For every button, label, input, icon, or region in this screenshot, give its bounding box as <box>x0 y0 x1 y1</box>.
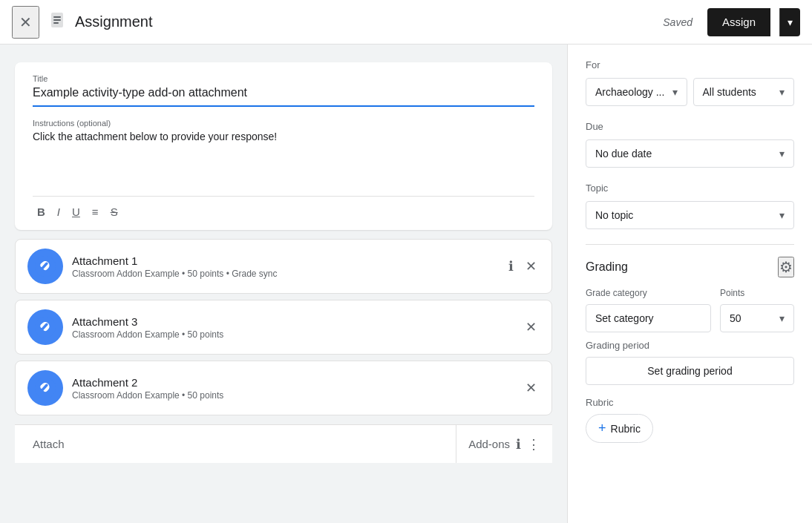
bold-button[interactable]: B <box>33 203 50 221</box>
svg-point-5 <box>35 317 56 338</box>
attachment-remove-button-3[interactable]: ✕ <box>523 377 540 399</box>
addons-section: Add-ons ℹ ⋮ <box>456 425 552 463</box>
grading-period-section: Grading period Set grading period <box>586 340 794 385</box>
attachment-sub-1: Classroom Addon Example • 50 points • Gr… <box>72 269 497 279</box>
attach-button[interactable]: Attach <box>15 425 456 463</box>
topic-dropdown[interactable]: No topic ▾ <box>586 201 794 229</box>
add-rubric-button[interactable]: + Rubric <box>586 414 653 443</box>
topbar: ✕ Assignment Saved Assign ▾ <box>0 0 812 45</box>
svg-rect-3 <box>53 22 59 24</box>
attachment-icon-3 <box>27 370 63 406</box>
strikethrough-button[interactable]: S <box>106 203 122 221</box>
title-input[interactable] <box>33 86 534 107</box>
attachment-actions-1: ℹ ✕ <box>505 255 540 277</box>
points-value: 50 <box>730 312 741 324</box>
topic-section: Topic No topic ▾ <box>586 182 794 229</box>
attachment-icon-1 <box>27 249 63 284</box>
attachment-sub-3: Classroom Addon Example • 50 points <box>72 390 514 401</box>
addons-info-button[interactable]: ℹ <box>516 436 521 453</box>
underline-button[interactable]: U <box>68 203 85 221</box>
attachment-name-3: Attachment 2 <box>72 376 514 389</box>
grading-title: Grading <box>586 260 628 274</box>
add-rubric-label: Rubric <box>611 423 641 435</box>
instructions-text[interactable]: Click the attachment below to provide yo… <box>33 131 534 190</box>
assign-dropdown-button[interactable]: ▾ <box>779 8 800 36</box>
class-value: Archaeology ... <box>595 86 664 98</box>
divider <box>586 244 794 245</box>
attachment-name-2: Attachment 3 <box>72 315 514 328</box>
svg-point-4 <box>35 256 56 277</box>
attachment-remove-button-2[interactable]: ✕ <box>523 316 540 338</box>
points-dropdown-arrow: ▾ <box>779 312 785 324</box>
topic-dropdown-arrow: ▾ <box>779 209 785 221</box>
rubric-label: Rubric <box>586 397 794 408</box>
attachment-item-3: Attachment 2 Classroom Addon Example • 5… <box>15 361 552 415</box>
addons-more-button[interactable]: ⋮ <box>527 436 540 453</box>
grading-period-label: Grading period <box>586 340 794 351</box>
assign-button[interactable]: Assign <box>707 8 770 36</box>
points-col: Points 50 ▾ <box>720 288 794 332</box>
attachments-list: Attachment 1 Classroom Addon Example • 5… <box>15 239 552 415</box>
italic-button[interactable]: I <box>53 203 65 221</box>
for-section: For Archaeology ... ▾ All students ▾ <box>586 59 794 106</box>
assignment-card: Title Instructions (optional) Click the … <box>15 62 552 230</box>
title-section: Title <box>33 74 534 107</box>
add-rubric-icon: + <box>598 421 606 436</box>
main-layout: Title Instructions (optional) Click the … <box>0 45 812 523</box>
due-label: Due <box>586 121 794 132</box>
bottom-bar: Attach Add-ons ℹ ⋮ <box>15 424 552 463</box>
due-section: Due No due date ▾ <box>586 121 794 168</box>
set-grading-period-button[interactable]: Set grading period <box>586 357 794 385</box>
right-panel: For Archaeology ... ▾ All students ▾ Due… <box>567 45 812 523</box>
attachment-info-button-1[interactable]: ℹ <box>505 255 517 277</box>
grading-header: Grading ⚙ <box>586 257 794 277</box>
students-dropdown-arrow: ▾ <box>779 86 785 98</box>
instructions-section: Instructions (optional) Click the attach… <box>33 119 534 190</box>
students-dropdown[interactable]: All students ▾ <box>693 78 795 106</box>
attachment-info-3: Attachment 2 Classroom Addon Example • 5… <box>72 376 514 401</box>
svg-rect-1 <box>53 16 61 18</box>
list-button[interactable]: ≡ <box>88 203 103 221</box>
attachment-actions-3: ✕ <box>523 377 540 399</box>
attachment-item-2: Attachment 3 Classroom Addon Example • 5… <box>15 300 552 355</box>
due-value: No due date <box>595 148 652 159</box>
attachment-item: Attachment 1 Classroom Addon Example • 5… <box>15 239 552 294</box>
for-dropdowns: Archaeology ... ▾ All students ▾ <box>586 78 794 106</box>
attachment-sub-2: Classroom Addon Example • 50 points <box>72 329 514 340</box>
instructions-label: Instructions (optional) <box>33 119 534 128</box>
topic-value: No topic <box>595 209 633 221</box>
doc-icon <box>48 11 66 33</box>
attachment-info-1: Attachment 1 Classroom Addon Example • 5… <box>72 254 497 279</box>
svg-point-6 <box>35 378 56 398</box>
attachment-actions-2: ✕ <box>523 316 540 338</box>
for-label: For <box>586 59 794 70</box>
title-label: Title <box>33 74 534 83</box>
grade-cols: Grade category Set category Points 50 ▾ <box>586 288 794 332</box>
class-dropdown[interactable]: Archaeology ... ▾ <box>586 78 687 106</box>
addons-label: Add-ons <box>468 438 510 450</box>
formatting-toolbar: B I U ≡ S <box>33 196 534 230</box>
page-title: Assignment <box>75 13 654 30</box>
close-button[interactable]: ✕ <box>12 6 39 39</box>
class-dropdown-arrow: ▾ <box>672 86 678 98</box>
attachment-name-1: Attachment 1 <box>72 254 497 267</box>
left-panel: Title Instructions (optional) Click the … <box>0 45 567 523</box>
svg-rect-2 <box>53 19 61 21</box>
grading-settings-button[interactable]: ⚙ <box>778 257 794 277</box>
due-dropdown-arrow: ▾ <box>779 148 785 159</box>
topic-label: Topic <box>586 182 794 194</box>
attachment-info-2: Attachment 3 Classroom Addon Example • 5… <box>72 315 514 340</box>
attachment-remove-button-1[interactable]: ✕ <box>523 255 540 277</box>
rubric-section: Rubric + Rubric <box>586 397 794 443</box>
students-value: All students <box>703 86 756 98</box>
points-label: Points <box>720 288 794 298</box>
saved-status: Saved <box>663 16 693 28</box>
grade-category-label: Grade category <box>586 288 711 298</box>
set-category-button[interactable]: Set category <box>586 304 711 332</box>
due-dropdown[interactable]: No due date ▾ <box>586 139 794 168</box>
attachment-icon-2 <box>27 309 63 345</box>
grade-category-col: Grade category Set category <box>586 288 711 332</box>
grading-section: Grading ⚙ Grade category Set category Po… <box>586 257 794 443</box>
points-dropdown[interactable]: 50 ▾ <box>720 304 794 332</box>
